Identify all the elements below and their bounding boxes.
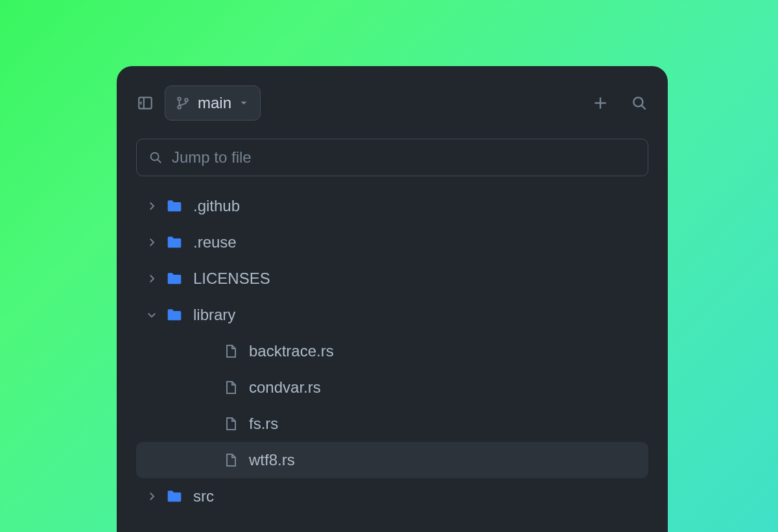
search-icon: [148, 150, 163, 165]
tree-item-label: wtf8.rs: [249, 451, 295, 469]
svg-point-2: [178, 97, 181, 100]
sidebar-collapse-icon: [137, 95, 154, 111]
tree-item-library[interactable]: library: [136, 297, 648, 333]
svg-point-3: [178, 106, 181, 109]
tree-item-label: backtrace.rs: [249, 342, 334, 360]
tree-item--github[interactable]: .github: [136, 188, 648, 224]
tree-item-label: library: [193, 306, 235, 324]
chevron-right-icon[interactable]: [144, 235, 159, 250]
toolbar-left: main: [136, 86, 261, 121]
file-icon: [223, 452, 239, 468]
tree-item-backtrace-rs[interactable]: backtrace.rs: [136, 333, 648, 369]
folder-icon: [166, 234, 183, 251]
tree-item--reuse[interactable]: .reuse: [136, 224, 648, 260]
tree-item-label: LICENSES: [193, 270, 270, 288]
folder-icon: [166, 198, 183, 214]
tree-item-label: condvar.rs: [249, 378, 321, 397]
file-tree: .github.reuseLICENSESlibrarybacktrace.rs…: [136, 188, 648, 515]
folder-icon: [166, 488, 183, 505]
tree-item-fs-rs[interactable]: fs.rs: [136, 406, 648, 442]
toolbar-right: [591, 94, 648, 112]
tree-item-condvar-rs[interactable]: condvar.rs: [136, 369, 648, 406]
jump-to-file-input[interactable]: [172, 148, 636, 167]
file-icon: [223, 416, 239, 432]
file-tree-panel: main: [117, 66, 668, 532]
tree-item-src[interactable]: src: [136, 478, 648, 515]
toolbar: main: [136, 86, 648, 121]
add-button[interactable]: [591, 94, 609, 112]
tree-item-label: .github: [193, 197, 240, 215]
search-button[interactable]: [630, 94, 648, 112]
tree-item-label: fs.rs: [249, 415, 278, 433]
folder-icon: [166, 306, 183, 323]
search-icon: [631, 95, 648, 111]
chevron-down-icon: [239, 98, 248, 108]
svg-point-7: [633, 97, 642, 106]
svg-line-8: [642, 106, 646, 110]
svg-line-10: [158, 159, 161, 163]
chevron-down-icon[interactable]: [144, 307, 159, 323]
tree-item-label: src: [193, 487, 214, 505]
plus-icon: [592, 95, 609, 111]
branch-selector[interactable]: main: [165, 86, 261, 121]
chevron-right-icon[interactable]: [144, 489, 159, 504]
tree-item-LICENSES[interactable]: LICENSES: [136, 260, 648, 297]
file-icon: [223, 380, 239, 395]
folder-icon: [166, 270, 183, 287]
collapse-sidebar-button[interactable]: [136, 94, 154, 112]
chevron-right-icon[interactable]: [144, 271, 159, 286]
svg-point-9: [151, 153, 159, 161]
branch-name: main: [198, 94, 231, 112]
svg-point-4: [185, 98, 188, 102]
tree-item-label: .reuse: [193, 233, 237, 251]
git-branch-icon: [176, 96, 190, 110]
jump-to-file-box[interactable]: [136, 139, 648, 176]
chevron-right-icon[interactable]: [144, 198, 159, 214]
tree-item-wtf8-rs[interactable]: wtf8.rs: [136, 442, 648, 478]
file-icon: [223, 343, 239, 359]
